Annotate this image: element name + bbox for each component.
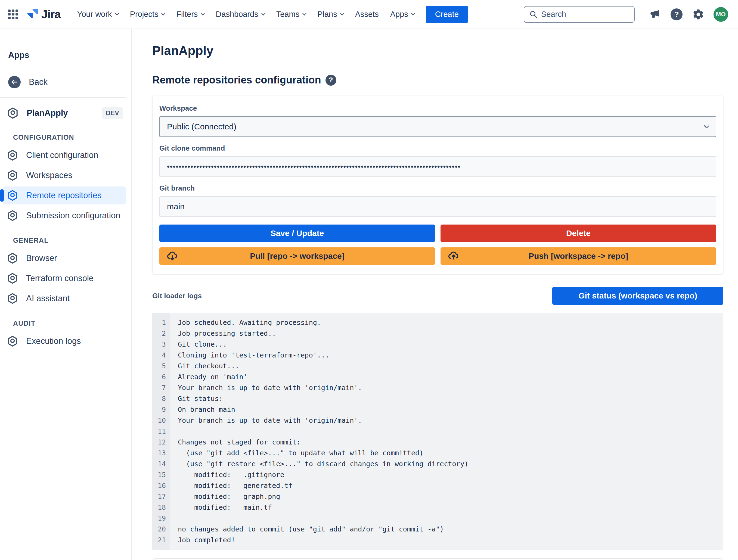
log-line: On branch main bbox=[178, 404, 723, 415]
app-hexagon-icon bbox=[7, 272, 18, 285]
nav-item-projects[interactable]: Projects bbox=[130, 10, 165, 19]
app-hexagon-icon bbox=[7, 335, 18, 347]
log-line-number: 7 bbox=[152, 383, 170, 393]
cloud-download-icon bbox=[166, 250, 178, 262]
log-line-number: 10 bbox=[152, 415, 170, 426]
git-branch-field bbox=[159, 196, 716, 217]
chevron-down-icon bbox=[704, 123, 709, 128]
user-avatar[interactable]: MO bbox=[714, 7, 728, 22]
log-line-number: 9 bbox=[152, 404, 170, 415]
log-line: Job processing started.. bbox=[178, 328, 723, 339]
chevron-down-icon bbox=[340, 11, 344, 16]
help-icon[interactable]: ? bbox=[670, 8, 683, 21]
sidebar-item-terraform-console[interactable]: Terraform console bbox=[3, 269, 126, 288]
jira-logo-icon bbox=[26, 7, 40, 21]
nav-item-apps[interactable]: Apps bbox=[390, 10, 415, 19]
sidebar-item-browser[interactable]: Browser bbox=[3, 249, 126, 267]
log-line-number: 1 bbox=[152, 317, 170, 328]
nav-item-filters[interactable]: Filters bbox=[176, 10, 204, 19]
top-navigation-bar: Jira Your work Projects Filters Dashboar… bbox=[0, 0, 738, 29]
app-name: PlanApply bbox=[27, 108, 102, 118]
log-line: Your branch is up to date with 'origin/m… bbox=[178, 415, 723, 426]
sidebar-divider bbox=[0, 97, 126, 98]
log-line-number: 18 bbox=[152, 502, 170, 513]
sidebar-item-ai-assistant[interactable]: AI assistant bbox=[3, 290, 126, 308]
section-heading-audit: AUDIT bbox=[13, 320, 131, 327]
pull-button[interactable]: Pull [repo -> workspace] bbox=[159, 247, 435, 265]
back-button[interactable]: Back bbox=[8, 76, 131, 88]
nav-item-dashboards[interactable]: Dashboards bbox=[216, 10, 265, 19]
cloud-upload-icon bbox=[448, 250, 459, 262]
sidebar-item-client-configuration[interactable]: Client configuration bbox=[3, 146, 126, 164]
sidebar-item-workspaces[interactable]: Workspaces bbox=[3, 166, 126, 184]
sidebar-item-remote-repositories[interactable]: Remote repositories bbox=[3, 186, 126, 204]
app-hexagon-icon bbox=[7, 293, 18, 305]
log-line-number: 17 bbox=[152, 491, 170, 502]
app-hexagon-icon bbox=[7, 189, 18, 201]
app-hexagon-icon bbox=[7, 149, 18, 161]
log-line: Job scheduled. Awaiting processing. bbox=[178, 317, 723, 328]
create-button[interactable]: Create bbox=[426, 6, 468, 23]
log-line: Git status: bbox=[178, 393, 723, 404]
log-line-number: 13 bbox=[152, 448, 170, 459]
log-line bbox=[178, 513, 723, 524]
nav-item-plans[interactable]: Plans bbox=[317, 10, 344, 19]
git-clone-command-label: Git clone command bbox=[159, 144, 716, 152]
log-line-number: 6 bbox=[152, 372, 170, 383]
workspace-label: Workspace bbox=[159, 104, 716, 112]
app-hexagon-icon bbox=[7, 252, 18, 264]
log-line-number: 2 bbox=[152, 328, 170, 339]
main-content: PlanApply Remote repositories configurat… bbox=[132, 29, 738, 560]
log-line-number: 20 bbox=[152, 524, 170, 535]
search-input[interactable] bbox=[541, 10, 629, 19]
log-line-number: 21 bbox=[152, 535, 170, 546]
log-lines: Job scheduled. Awaiting processing.Job p… bbox=[170, 313, 723, 550]
workspace-selected-value: Public (Connected) bbox=[167, 122, 705, 131]
log-line: Changes not staged for commit: bbox=[178, 437, 723, 448]
nav-item-assets[interactable]: Assets bbox=[355, 10, 379, 19]
app-hexagon-icon bbox=[7, 169, 18, 181]
log-line: Cloning into 'test-terraform-repo'... bbox=[178, 350, 723, 361]
nav-item-teams[interactable]: Teams bbox=[276, 10, 306, 19]
log-line: modified: .gitignore bbox=[178, 470, 723, 480]
jira-logo[interactable]: Jira bbox=[26, 7, 61, 21]
app-switcher-icon[interactable] bbox=[8, 10, 18, 19]
section-title: Remote repositories configuration bbox=[152, 74, 321, 86]
section-heading-general: GENERAL bbox=[13, 236, 131, 244]
log-line: Git checkout... bbox=[178, 361, 723, 372]
workspace-select[interactable]: Public (Connected) bbox=[159, 116, 716, 137]
log-line-number: 14 bbox=[152, 459, 170, 470]
chevron-down-icon bbox=[302, 11, 307, 16]
announcements-icon[interactable] bbox=[649, 8, 661, 21]
log-line: no changes added to commit (use "git add… bbox=[178, 524, 723, 535]
git-clone-command-input[interactable]: ••••••••••••••••••••••••••••••••••••••••… bbox=[159, 156, 716, 177]
log-line-numbers: 123456789101112131415161718192021 bbox=[152, 313, 170, 550]
section-help-icon[interactable]: ? bbox=[326, 75, 336, 86]
log-line: Already on 'main' bbox=[178, 372, 723, 383]
arrow-left-icon bbox=[8, 76, 21, 88]
log-line-number: 12 bbox=[152, 437, 170, 448]
log-line: Job completed! bbox=[178, 535, 723, 546]
push-button[interactable]: Push [workspace -> repo] bbox=[440, 247, 716, 265]
log-line: modified: generated.tf bbox=[178, 480, 723, 491]
search-icon bbox=[529, 10, 538, 19]
sidebar-item-submission-configuration[interactable]: Submission configuration bbox=[3, 206, 126, 224]
nav-item-your-work[interactable]: Your work bbox=[77, 10, 118, 19]
sidebar-heading: Apps bbox=[8, 50, 131, 60]
settings-gear-icon[interactable] bbox=[692, 8, 705, 21]
log-line-number: 3 bbox=[152, 339, 170, 350]
log-line: (use "git add <file>..." to update what … bbox=[178, 448, 723, 459]
log-line-number: 11 bbox=[152, 426, 170, 437]
sidebar-item-planapply[interactable]: PlanApply DEV bbox=[3, 105, 131, 121]
save-update-button[interactable]: Save / Update bbox=[159, 224, 435, 242]
search-box[interactable] bbox=[524, 6, 635, 23]
git-status-button[interactable]: Git status (workspace vs repo) bbox=[552, 287, 723, 305]
git-branch-input[interactable] bbox=[167, 202, 709, 211]
sidebar-item-execution-logs[interactable]: Execution logs bbox=[3, 332, 126, 350]
sidebar: Apps Back PlanApply DEV CONFIGURATION Cl… bbox=[0, 29, 132, 560]
delete-button[interactable]: Delete bbox=[440, 224, 716, 242]
chevron-down-icon bbox=[201, 11, 205, 16]
log-line-number: 8 bbox=[152, 393, 170, 404]
log-line-number: 5 bbox=[152, 361, 170, 372]
log-line-number: 16 bbox=[152, 480, 170, 491]
